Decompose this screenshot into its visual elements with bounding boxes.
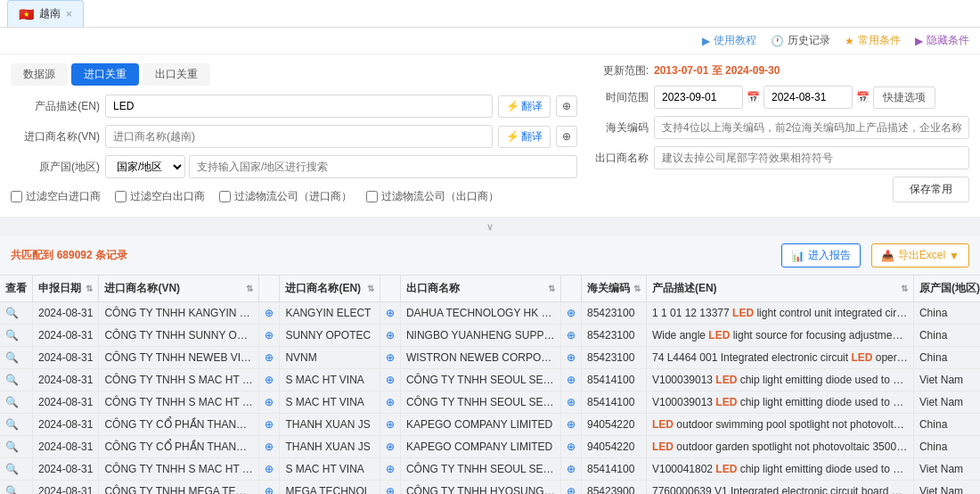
th-exporter[interactable]: 出口商名称 ⇅ — [400, 276, 560, 302]
cell-importer-vn-icon-6[interactable]: ⊕ — [259, 436, 280, 458]
import-translate-button[interactable]: ⚡ 翻译 — [498, 126, 551, 148]
cell-importer-en-icon-8[interactable]: ⊕ — [380, 481, 400, 495]
tab-export-tax[interactable]: 出口关重 — [143, 63, 210, 86]
empty-exporter-checkbox[interactable] — [115, 191, 127, 202]
cell-search-3[interactable]: 🔍 — [0, 369, 33, 391]
search-icon[interactable]: 🔍 — [5, 329, 19, 342]
cell-importer-vn-icon-1[interactable]: ⊕ — [259, 325, 280, 347]
history-button[interactable]: 🕐 历史记录 — [771, 33, 830, 48]
cell-exporter-icon-5[interactable]: ⊕ — [560, 414, 581, 436]
hide-icon: ▶ — [915, 35, 923, 47]
search-icon[interactable]: 🔍 — [5, 485, 19, 494]
cell-hs-4: 85414100 — [581, 391, 646, 414]
cell-importer-vn-icon-4[interactable]: ⊕ — [259, 391, 280, 414]
left-filter-panel: 数据源 进口关重 出口关重 产品描述(EN) ⚡ 翻译 ⊕ 进口商名称(VN) — [11, 63, 577, 208]
checkbox-empty-exporter[interactable]: 过滤空白出口商 — [115, 189, 205, 204]
common-conditions-button[interactable]: ★ 常用条件 — [845, 33, 901, 48]
hide-conditions-button[interactable]: ▶ 隐藏条件 — [915, 33, 969, 48]
save-common-button[interactable]: 保存常用 — [893, 177, 969, 202]
tab-data-source[interactable]: 数据源 — [11, 63, 68, 86]
th-importer-en[interactable]: 进口商名称(EN) ⇅ — [280, 276, 380, 302]
empty-importer-checkbox[interactable] — [11, 191, 22, 202]
cell-exporter-3: CÔNG TY TNHH SEOUL SEMICONDUCTO — [400, 369, 560, 391]
search-icon[interactable]: 🔍 — [5, 418, 19, 431]
tutorial-button[interactable]: ▶ 使用教程 — [702, 33, 756, 48]
cell-importer-vn-icon-0[interactable]: ⊕ — [259, 302, 280, 325]
cell-search-1[interactable]: 🔍 — [0, 325, 33, 347]
country-select[interactable]: 国家/地区 — [105, 155, 185, 178]
th-country[interactable]: 原产国(地区) ⇅ — [913, 276, 980, 302]
cell-search-8[interactable]: 🔍 — [0, 481, 33, 495]
cell-exporter-5: KAPEGO COMPANY LIMITED — [400, 414, 560, 436]
search-icon[interactable]: 🔍 — [5, 440, 19, 453]
product-desc-label: 产品描述(EN) — [11, 99, 100, 114]
time-end-input[interactable] — [764, 86, 853, 109]
logistics-exporter-checkbox[interactable] — [366, 191, 378, 202]
cell-importer-en-icon-3[interactable]: ⊕ — [380, 369, 400, 391]
th-desc[interactable]: 产品描述(EN) ⇅ — [646, 276, 913, 302]
cell-exporter-icon-4[interactable]: ⊕ — [560, 391, 581, 414]
translate-button[interactable]: ⚡ 翻译 — [498, 95, 551, 118]
cell-exporter-icon-7[interactable]: ⊕ — [560, 458, 581, 481]
time-start-input[interactable] — [654, 86, 743, 109]
cell-search-5[interactable]: 🔍 — [0, 414, 33, 436]
tab-close-icon[interactable]: × — [66, 8, 72, 21]
search-icon[interactable]: 🔍 — [5, 351, 19, 364]
export-excel-button[interactable]: 📥 导出Excel ▼ — [871, 243, 969, 268]
hs-code-input[interactable] — [654, 116, 969, 139]
cell-search-0[interactable]: 🔍 — [0, 302, 33, 325]
th-hs[interactable]: 海关编码 ⇅ — [581, 276, 646, 302]
search-icon[interactable]: 🔍 — [5, 396, 19, 408]
cell-importer-vn-icon-8[interactable]: ⊕ — [259, 481, 280, 495]
cell-importer-en-icon-0[interactable]: ⊕ — [380, 302, 400, 325]
cell-importer-en-icon-6[interactable]: ⊕ — [380, 436, 400, 458]
cell-importer-vn-icon-5[interactable]: ⊕ — [259, 414, 280, 436]
cell-importer-en-2: NVNM — [280, 347, 380, 369]
quick-select-button[interactable]: 快捷选项 — [873, 86, 935, 109]
filter-panel: 数据源 进口关重 出口关重 产品描述(EN) ⚡ 翻译 ⊕ 进口商名称(VN) — [0, 54, 980, 218]
logistics-importer-checkbox[interactable] — [219, 191, 231, 202]
checkbox-logistics-importer[interactable]: 过滤物流公司（进口商） — [219, 189, 352, 204]
cell-importer-vn-icon-2[interactable]: ⊕ — [259, 347, 280, 369]
th-importer-vn[interactable]: 进口商名称(VN) ⇅ — [99, 276, 259, 302]
cell-importer-vn-icon-3[interactable]: ⊕ — [259, 369, 280, 391]
date-input-group: 📅 📅 快捷选项 — [654, 86, 935, 109]
vietnam-tab[interactable]: 🇻🇳 越南 × — [7, 0, 84, 27]
cell-exporter-icon-6[interactable]: ⊕ — [560, 436, 581, 458]
cell-exporter-icon-0[interactable]: ⊕ — [560, 302, 581, 325]
cell-search-2[interactable]: 🔍 — [0, 347, 33, 369]
cell-importer-en-7: S MAC HT VINA — [280, 458, 380, 481]
scroll-hint: ∨ — [0, 218, 980, 236]
cell-importer-en-icon-5[interactable]: ⊕ — [380, 414, 400, 436]
import-name-extra-btn[interactable]: ⊕ — [556, 126, 577, 147]
region-search-input[interactable] — [189, 155, 577, 178]
cell-importer-en-icon-7[interactable]: ⊕ — [380, 458, 400, 481]
th-date[interactable]: 申报日期 ⇅ — [33, 276, 99, 302]
cell-importer-en-1: SUNNY OPOTEC — [280, 325, 380, 347]
cell-importer-vn-8: CÔNG TY TNHH MEGA TECHNOLOGY AN — [99, 481, 259, 495]
enter-report-button[interactable]: 📊 进入报告 — [781, 243, 861, 268]
cell-search-7[interactable]: 🔍 — [0, 458, 33, 481]
search-icon[interactable]: 🔍 — [5, 463, 19, 475]
export-name-input[interactable] — [654, 146, 969, 169]
product-desc-extra-btn[interactable]: ⊕ — [556, 95, 577, 117]
checkbox-logistics-exporter[interactable]: 过滤物流公司（出口商） — [366, 189, 499, 204]
product-desc-input[interactable] — [105, 95, 493, 118]
cell-importer-en-icon-4[interactable]: ⊕ — [380, 391, 400, 414]
search-icon[interactable]: 🔍 — [5, 307, 19, 319]
import-name-input[interactable] — [105, 125, 493, 148]
cell-importer-en-5: THANH XUAN JS — [280, 414, 380, 436]
tab-import-tax[interactable]: 进口关重 — [71, 63, 139, 86]
cell-importer-en-icon-1[interactable]: ⊕ — [380, 325, 400, 347]
cell-search-4[interactable]: 🔍 — [0, 391, 33, 414]
cell-search-6[interactable]: 🔍 — [0, 436, 33, 458]
cell-exporter-icon-1[interactable]: ⊕ — [560, 325, 581, 347]
search-icon[interactable]: 🔍 — [5, 374, 19, 386]
cell-exporter-icon-8[interactable]: ⊕ — [560, 481, 581, 495]
checkbox-empty-importer[interactable]: 过滤空白进口商 — [11, 189, 101, 204]
cell-importer-en-icon-2[interactable]: ⊕ — [380, 347, 400, 369]
cell-importer-vn-icon-7[interactable]: ⊕ — [259, 458, 280, 481]
cell-exporter-icon-2[interactable]: ⊕ — [560, 347, 581, 369]
region-input-group: 国家/地区 — [105, 155, 577, 178]
cell-exporter-icon-3[interactable]: ⊕ — [560, 369, 581, 391]
